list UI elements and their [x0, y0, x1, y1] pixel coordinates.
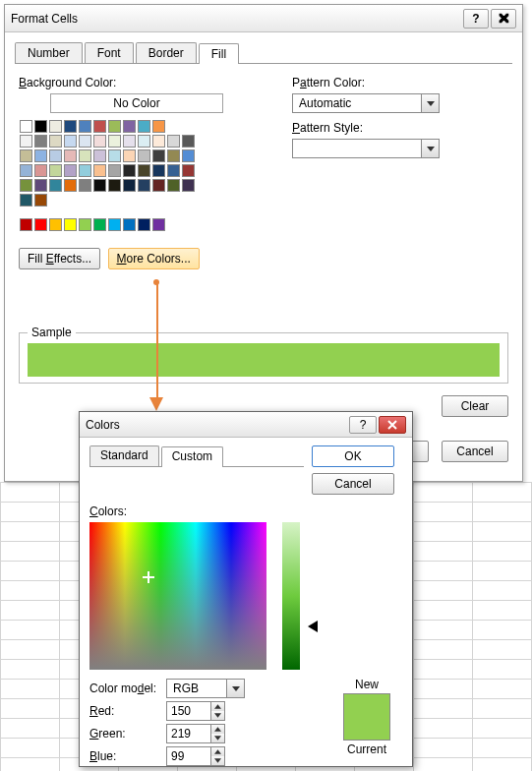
no-color-button[interactable]: No Color — [50, 93, 223, 113]
color-swatch[interactable] — [93, 120, 106, 133]
color-swatch[interactable] — [108, 179, 121, 192]
green-spin-down[interactable] — [211, 734, 224, 742]
colors-tab-custom[interactable]: Custom — [161, 446, 223, 467]
close-button[interactable]: 🗙 — [491, 9, 516, 29]
color-swatch[interactable] — [79, 179, 91, 192]
color-swatch[interactable] — [138, 164, 150, 177]
color-swatch[interactable] — [20, 164, 32, 177]
color-swatch[interactable] — [138, 120, 150, 133]
color-swatch[interactable] — [152, 218, 165, 231]
color-swatch[interactable] — [152, 164, 165, 177]
fill-effects-button[interactable]: Fill Effects... — [19, 248, 100, 269]
color-swatch[interactable] — [138, 149, 150, 162]
more-colors-button[interactable]: More Colors... — [108, 248, 200, 269]
color-swatch[interactable] — [20, 135, 32, 148]
tab-border[interactable]: Border — [136, 42, 197, 63]
color-swatch[interactable] — [93, 135, 106, 148]
tab-number[interactable]: Number — [15, 42, 83, 63]
help-button[interactable]: ? — [463, 9, 489, 29]
color-swatch[interactable] — [64, 135, 77, 148]
luminance-bar[interactable] — [282, 522, 300, 670]
color-model-combo[interactable]: RGB — [166, 679, 245, 698]
color-swatch[interactable] — [182, 135, 195, 148]
blue-spin-down[interactable] — [211, 756, 224, 765]
red-spin-down[interactable] — [211, 711, 224, 720]
color-swatch[interactable] — [123, 164, 136, 177]
color-swatch[interactable] — [20, 194, 32, 207]
color-swatch[interactable] — [49, 135, 62, 148]
color-swatch[interactable] — [34, 179, 47, 192]
luminance-pointer-icon[interactable] — [308, 621, 318, 632]
color-swatch[interactable] — [182, 149, 195, 162]
color-swatch[interactable] — [167, 135, 180, 148]
color-swatch[interactable] — [34, 120, 47, 133]
clear-button[interactable]: Clear — [442, 395, 508, 417]
color-swatch[interactable] — [93, 164, 106, 177]
color-swatch[interactable] — [182, 164, 195, 177]
color-swatch[interactable] — [182, 179, 195, 192]
color-swatch[interactable] — [64, 164, 77, 177]
color-swatch[interactable] — [34, 164, 47, 177]
color-swatch[interactable] — [108, 164, 121, 177]
color-swatch[interactable] — [49, 149, 62, 162]
color-swatch[interactable] — [93, 179, 106, 192]
red-input[interactable]: 150 — [166, 701, 225, 721]
blue-input[interactable]: 99 — [166, 746, 225, 766]
color-swatch[interactable] — [79, 120, 91, 133]
color-spectrum[interactable] — [89, 522, 266, 670]
blue-spin-up[interactable] — [211, 747, 224, 756]
color-swatch[interactable] — [34, 218, 47, 231]
color-swatch[interactable] — [20, 120, 32, 133]
color-swatch[interactable] — [152, 179, 165, 192]
color-swatch[interactable] — [49, 120, 62, 133]
color-swatch[interactable] — [79, 149, 91, 162]
color-swatch[interactable] — [123, 120, 136, 133]
colors-tab-standard[interactable]: Standard — [89, 445, 159, 466]
color-swatch[interactable] — [108, 120, 121, 133]
green-spin-up[interactable] — [211, 725, 224, 734]
color-swatch[interactable] — [49, 164, 62, 177]
colors-close-button[interactable] — [379, 416, 406, 434]
color-swatch[interactable] — [152, 149, 165, 162]
color-swatch[interactable] — [64, 149, 77, 162]
color-swatch[interactable] — [34, 194, 47, 207]
color-swatch[interactable] — [20, 149, 32, 162]
tab-font[interactable]: Font — [85, 42, 134, 63]
spectrum-crosshair[interactable] — [143, 571, 154, 583]
color-swatch[interactable] — [108, 149, 121, 162]
color-swatch[interactable] — [167, 164, 180, 177]
pattern-color-combo[interactable]: Automatic — [292, 93, 440, 113]
colors-help-button[interactable]: ? — [349, 416, 377, 434]
color-swatch[interactable] — [93, 218, 106, 231]
color-swatch[interactable] — [20, 179, 32, 192]
color-swatch[interactable] — [34, 149, 47, 162]
cancel-button[interactable]: Cancel — [442, 441, 508, 462]
color-swatch[interactable] — [138, 135, 150, 148]
color-swatch[interactable] — [123, 218, 136, 231]
color-swatch[interactable] — [79, 135, 91, 148]
color-swatch[interactable] — [167, 149, 180, 162]
color-swatch[interactable] — [64, 120, 77, 133]
color-swatch[interactable] — [79, 218, 91, 231]
color-swatch[interactable] — [167, 179, 180, 192]
color-swatch[interactable] — [108, 135, 121, 148]
color-model-dropdown-icon[interactable] — [226, 680, 244, 697]
color-swatch[interactable] — [123, 179, 136, 192]
color-swatch[interactable] — [123, 149, 136, 162]
red-spin-up[interactable] — [211, 702, 224, 711]
color-swatch[interactable] — [20, 218, 32, 231]
pattern-color-dropdown-icon[interactable] — [421, 94, 439, 112]
tab-fill[interactable]: Fill — [199, 43, 239, 64]
colors-ok-button[interactable]: OK — [312, 445, 394, 467]
colors-cancel-button[interactable]: Cancel — [312, 473, 394, 495]
green-input[interactable]: 219 — [166, 724, 225, 743]
color-swatch[interactable] — [64, 179, 77, 192]
color-swatch[interactable] — [123, 135, 136, 148]
color-swatch[interactable] — [108, 218, 121, 231]
color-swatch[interactable] — [93, 149, 106, 162]
color-swatch[interactable] — [64, 218, 77, 231]
pattern-style-combo[interactable] — [292, 139, 440, 158]
color-swatch[interactable] — [79, 164, 91, 177]
color-swatch[interactable] — [138, 218, 150, 231]
color-swatch[interactable] — [49, 179, 62, 192]
